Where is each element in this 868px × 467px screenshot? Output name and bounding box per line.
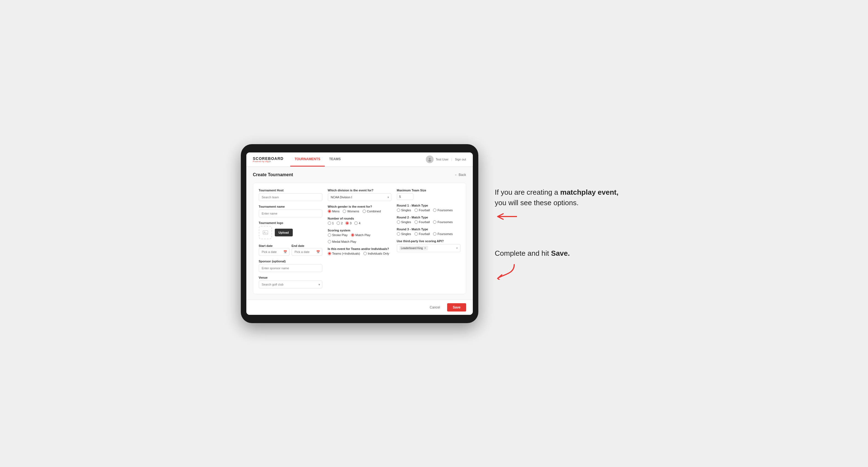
round3-singles-option[interactable]: Singles	[397, 232, 411, 236]
round1-singles-radio[interactable]	[397, 209, 400, 212]
gender-group: Which gender is the event for? Mens Wome…	[328, 205, 391, 213]
team-individuals-label: Individuals Only	[368, 252, 390, 255]
arrow-left-icon	[495, 212, 627, 221]
scoring-match-label: Match Play	[355, 234, 370, 237]
gender-womens-option[interactable]: Womens	[343, 210, 359, 213]
tournament-name-label: Tournament name	[259, 205, 322, 208]
venue-label: Venue	[259, 276, 322, 279]
round2-foursomes-radio[interactable]	[433, 220, 436, 224]
scoring-medal-option[interactable]: Medal Match Play	[328, 240, 356, 243]
scoring-label: Scoring system	[328, 229, 391, 232]
round1-singles-option[interactable]: Singles	[397, 209, 411, 212]
start-date-group: Start date 📅	[259, 243, 289, 256]
gender-combined-option[interactable]: Combined	[363, 210, 381, 213]
team-teams-radio[interactable]	[328, 252, 331, 255]
sign-out-link[interactable]: Sign out	[455, 158, 466, 161]
round2-fourball-radio[interactable]	[414, 220, 418, 224]
rounds-4-radio[interactable]	[354, 221, 358, 225]
start-date-wrap: 📅	[259, 248, 289, 256]
svg-point-1	[428, 160, 431, 161]
logo-main: SCOREBOARD	[253, 157, 284, 160]
tab-tournaments[interactable]: TOURNAMENTS	[290, 152, 325, 166]
round3-fourball-option[interactable]: Fourball	[414, 232, 430, 236]
gender-mens-option[interactable]: Mens	[328, 210, 340, 213]
tab-teams[interactable]: TEAMS	[325, 152, 345, 166]
team-teams-option[interactable]: Teams (+Individuals)	[328, 252, 360, 255]
round2-singles-option[interactable]: Singles	[397, 220, 411, 224]
tournament-name-group: Tournament name	[259, 205, 322, 217]
logo-placeholder	[259, 226, 272, 239]
round3-fourball-radio[interactable]	[414, 232, 418, 236]
round1-foursomes-radio[interactable]	[433, 209, 436, 212]
end-date-label: End date	[291, 244, 304, 247]
tablet-screen: SCOREBOARD Powered by clippit TOURNAMENT…	[246, 152, 473, 315]
rounds-1-radio[interactable]	[328, 221, 331, 225]
scoring-stroke-radio[interactable]	[328, 234, 331, 237]
gender-womens-radio[interactable]	[343, 210, 346, 213]
round2-match-type-group: Round 2 - Match Type Singles Fourball	[397, 216, 460, 224]
annotation-top-bold: matchplay event,	[560, 188, 619, 196]
team-individuals-radio[interactable]	[364, 252, 367, 255]
team-individuals-option[interactable]: Individuals Only	[364, 252, 390, 255]
scoring-match-radio[interactable]	[351, 234, 354, 237]
division-label: Which division is the event for?	[328, 189, 391, 192]
rounds-3-radio[interactable]	[345, 221, 349, 225]
round1-fourball-radio[interactable]	[414, 209, 418, 212]
round3-match-type-label: Round 3 - Match Type	[397, 227, 460, 231]
form-right-col: Maximum Team Size Round 1 - Match Type S…	[397, 189, 460, 288]
gender-mens-radio[interactable]	[328, 210, 331, 213]
rounds-2-option[interactable]: 2	[337, 221, 343, 225]
round1-foursomes-label: Foursomes	[437, 209, 453, 212]
round2-fourball-option[interactable]: Fourball	[414, 220, 430, 224]
rounds-2-label: 2	[341, 221, 343, 225]
user-name: Test User	[436, 158, 448, 161]
round3-foursomes-radio[interactable]	[433, 232, 436, 236]
tournament-host-input[interactable]	[259, 193, 322, 201]
tournament-logo-label: Tournament logo	[259, 221, 322, 224]
team-label: Is this event for Teams and/or Individua…	[328, 247, 391, 250]
avatar	[426, 155, 434, 163]
round2-foursomes-option[interactable]: Foursomes	[433, 220, 453, 224]
tournament-name-input[interactable]	[259, 210, 322, 217]
gender-mens-label: Mens	[332, 210, 340, 213]
end-date-group: End date 📅	[291, 243, 322, 256]
max-team-size-label: Maximum Team Size	[397, 189, 460, 192]
rounds-label: Number of rounds	[328, 217, 391, 220]
rounds-3-option[interactable]: 3	[345, 221, 351, 225]
round1-foursomes-option[interactable]: Foursomes	[433, 209, 453, 212]
team-radio-group: Teams (+Individuals) Individuals Only	[328, 252, 391, 255]
round3-foursomes-label: Foursomes	[437, 232, 453, 236]
api-tag-close-icon[interactable]: ✕	[424, 246, 426, 250]
rounds-3-label: 3	[350, 221, 351, 225]
round2-singles-radio[interactable]	[397, 220, 400, 224]
tournament-host-group: Tournament Host	[259, 189, 322, 201]
rounds-2-radio[interactable]	[337, 221, 340, 225]
rounds-radio-group: 1 2 3	[328, 221, 391, 225]
venue-group: Venue ▾	[259, 276, 322, 288]
svg-point-0	[429, 158, 431, 160]
cancel-button[interactable]: Cancel	[425, 303, 444, 312]
round1-fourball-option[interactable]: Fourball	[414, 209, 430, 212]
gender-combined-radio[interactable]	[363, 210, 366, 213]
round3-singles-radio[interactable]	[397, 232, 400, 236]
start-date-label: Start date	[259, 244, 273, 247]
rounds-1-option[interactable]: 1	[328, 221, 334, 225]
scoring-medal-radio[interactable]	[328, 240, 331, 243]
upload-button[interactable]: Upload	[275, 229, 293, 237]
gender-radio-group: Mens Womens Combined	[328, 210, 391, 213]
round2-foursomes-label: Foursomes	[437, 220, 453, 224]
scoring-match-option[interactable]: Match Play	[351, 234, 370, 237]
annotation-bottom-text: Complete and hit	[495, 249, 551, 257]
annotation-top-text: If you are creating a	[495, 188, 560, 196]
back-button[interactable]: ← Back	[454, 173, 466, 177]
round3-foursomes-option[interactable]: Foursomes	[433, 232, 453, 236]
save-button[interactable]: Save	[447, 303, 466, 312]
max-team-size-input[interactable]	[397, 193, 413, 200]
rounds-4-option[interactable]: 4	[354, 221, 361, 225]
sponsor-group: Sponsor (optional)	[259, 259, 322, 272]
team-group: Is this event for Teams and/or Individua…	[328, 247, 391, 255]
division-select[interactable]: NCAA Division I NCAA Division II NCAA Di…	[328, 193, 391, 201]
scoring-stroke-option[interactable]: Stroke Play	[328, 234, 348, 237]
sponsor-input[interactable]	[259, 264, 322, 272]
venue-input[interactable]	[259, 281, 322, 288]
